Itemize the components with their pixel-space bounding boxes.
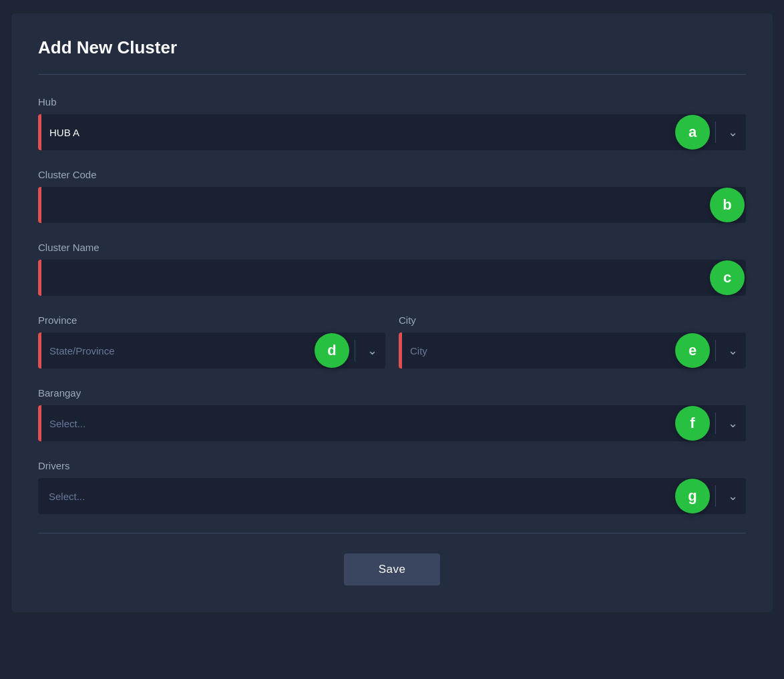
- barangay-divider: [715, 413, 716, 434]
- province-dropdown-button[interactable]: [359, 343, 385, 358]
- barangay-chevron-icon: [728, 416, 738, 431]
- province-city-row: Province d City e: [38, 314, 746, 369]
- province-input-row: d: [38, 332, 385, 369]
- city-dropdown-button[interactable]: [720, 343, 746, 358]
- hub-badge: a: [675, 115, 710, 150]
- province-input[interactable]: [41, 332, 315, 369]
- save-button[interactable]: Save: [344, 553, 441, 586]
- modal-container: Add New Cluster Hub a Cluster Code b: [11, 13, 773, 612]
- cluster-code-field-group: Cluster Code b: [38, 169, 746, 223]
- cluster-name-badge: c: [710, 260, 745, 295]
- hub-chevron-icon: [728, 125, 738, 140]
- cluster-name-field-group: Cluster Name c: [38, 242, 746, 296]
- drivers-dropdown-button[interactable]: [720, 489, 746, 503]
- divider: [38, 74, 746, 75]
- page-title: Add New Cluster: [38, 37, 746, 58]
- hub-divider: [715, 122, 716, 143]
- barangay-input-row: f: [38, 405, 746, 441]
- barangay-badge: f: [675, 406, 710, 441]
- barangay-dropdown-button[interactable]: [720, 416, 746, 431]
- drivers-chevron-icon: [728, 489, 738, 503]
- cluster-code-input[interactable]: [41, 187, 710, 223]
- cluster-name-input[interactable]: [41, 260, 710, 296]
- hub-field-group: Hub a: [38, 96, 746, 150]
- barangay-input[interactable]: [41, 405, 675, 441]
- province-divider: [355, 340, 355, 361]
- barangay-field-group: Barangay f: [38, 387, 746, 441]
- cluster-name-input-row: c: [38, 260, 746, 296]
- hub-label: Hub: [38, 96, 746, 107]
- city-label: City: [399, 314, 746, 326]
- drivers-input[interactable]: [38, 478, 675, 514]
- province-chevron-icon: [367, 343, 377, 358]
- city-badge: e: [675, 333, 710, 368]
- city-input[interactable]: [402, 332, 675, 369]
- drivers-divider: [715, 485, 716, 507]
- hub-dropdown-button[interactable]: [720, 125, 746, 140]
- cluster-code-label: Cluster Code: [38, 169, 746, 180]
- cluster-code-input-row: b: [38, 187, 746, 223]
- save-button-row: Save: [38, 553, 746, 586]
- city-divider: [715, 340, 716, 361]
- city-input-row: e: [399, 332, 746, 369]
- hub-input[interactable]: [41, 114, 675, 150]
- bottom-divider: [38, 533, 746, 533]
- cluster-code-badge: b: [710, 188, 745, 222]
- barangay-label: Barangay: [38, 387, 746, 399]
- province-label: Province: [38, 314, 385, 326]
- drivers-label: Drivers: [38, 460, 746, 471]
- drivers-input-row: g: [38, 478, 746, 514]
- hub-input-row: a: [38, 114, 746, 150]
- drivers-field-group: Drivers g: [38, 460, 746, 514]
- province-badge: d: [315, 333, 349, 368]
- drivers-badge: g: [675, 479, 710, 513]
- province-field-group: Province d: [38, 314, 385, 369]
- city-field-group: City e: [399, 314, 746, 369]
- cluster-name-label: Cluster Name: [38, 242, 746, 253]
- city-chevron-icon: [728, 343, 738, 358]
